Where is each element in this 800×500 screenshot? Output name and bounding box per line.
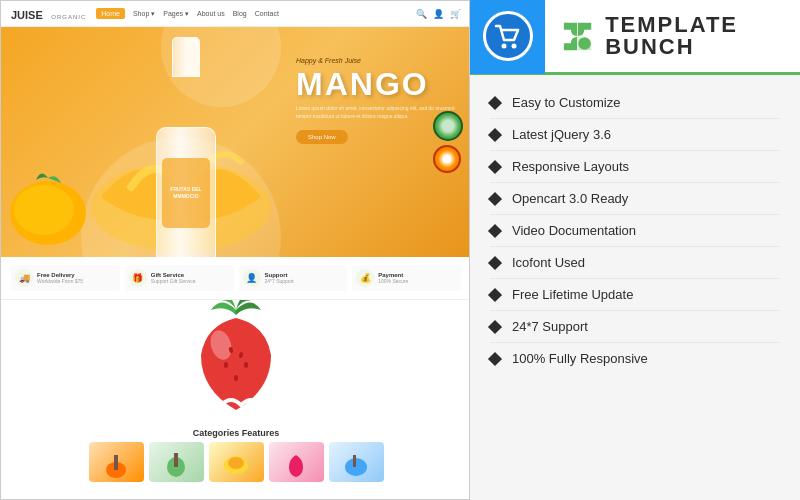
feature-item-1: Easy to Customize	[490, 87, 780, 119]
brand-logo-area: TEMPLATE BUNCH	[545, 4, 800, 69]
service-delivery: 🚚 Free Delivery Worldwide From $75	[11, 265, 120, 291]
hero-text: Happy & Fresh Juise MANGO Lorem ipsum do…	[296, 57, 456, 144]
delivery-icon: 🚚	[15, 269, 33, 287]
feature-label-1: Easy to Customize	[512, 95, 620, 110]
nav-blog: Blog	[233, 10, 247, 17]
orange-fruit	[433, 145, 461, 173]
categories-title: Categories Features	[11, 428, 461, 438]
feature-label-4: Opencart 3.0 Ready	[512, 191, 628, 206]
delivery-sub: Worldwide From $75	[37, 278, 83, 284]
hero-section: FRUTAS DEL MMMOCIO Happy & Fresh Juise M…	[1, 27, 470, 257]
logo-text: JUISE	[11, 9, 43, 21]
logo-sub: ORGANIC	[51, 14, 86, 20]
service-support: 👤 Support 24*7 Support	[239, 265, 348, 291]
nav-bar: JUISE ORGANIC Home Shop ▾ Pages ▾ About …	[1, 1, 470, 27]
feature-item-2: Latest jQuery 3.6	[490, 119, 780, 151]
diamond-icon-9	[488, 351, 502, 365]
categories-items	[11, 442, 461, 482]
diamond-icon-3	[488, 159, 502, 173]
mango-fruit	[6, 168, 91, 252]
hero-tagline: Happy & Fresh Juise	[296, 57, 456, 64]
logo-area: JUISE ORGANIC	[11, 5, 86, 23]
right-panel: TEMPLATE BUNCH Easy to Customize Latest …	[470, 0, 800, 500]
payment-text: Payment 100% Secure	[378, 272, 408, 284]
svg-rect-10	[114, 455, 118, 470]
feature-item-4: Opencart 3.0 Ready	[490, 183, 780, 215]
gift-icon: 🎁	[129, 269, 147, 287]
nav-shop: Shop ▾	[133, 10, 155, 18]
service-gift: 🎁 Gift Service Support Gift Service	[125, 265, 234, 291]
payment-sub: 100% Secure	[378, 278, 408, 284]
category-3	[209, 442, 264, 482]
shop-now-button[interactable]: Shop Now	[296, 130, 348, 144]
svg-point-7	[244, 362, 248, 368]
categories-section: Categories Features	[1, 420, 470, 490]
category-2	[149, 442, 204, 482]
diamond-icon-1	[488, 95, 502, 109]
feature-label-3: Responsive Layouts	[512, 159, 629, 174]
hero-title: MANGO	[296, 68, 456, 100]
cart-circle	[483, 11, 533, 61]
category-5	[329, 442, 384, 482]
feature-item-8: 24*7 Support	[490, 311, 780, 343]
diamond-icon-8	[488, 319, 502, 333]
cart-icon: 🛒	[450, 9, 461, 19]
diamond-icon-4	[488, 191, 502, 205]
preview-content: JUISE ORGANIC Home Shop ▾ Pages ▾ About …	[1, 1, 470, 500]
feature-item-3: Responsive Layouts	[490, 151, 780, 183]
feature-label-9: 100% Fully Responsive	[512, 351, 648, 366]
diamond-icon-2	[488, 127, 502, 141]
cart-icon	[494, 22, 522, 50]
gift-text: Gift Service Support Gift Service	[151, 272, 196, 284]
bottle-body: FRUTAS DEL MMMOCIO	[156, 127, 216, 257]
service-payment: 💰 Payment 100% Secure	[352, 265, 461, 291]
diamond-icon-7	[488, 287, 502, 301]
svg-point-17	[501, 44, 506, 49]
nav-contact: Contact	[255, 10, 279, 17]
svg-rect-16	[353, 455, 356, 467]
support-sub: 24*7 Support	[265, 278, 294, 284]
strawberry-image	[176, 300, 296, 420]
feature-item-9: 100% Fully Responsive	[490, 343, 780, 374]
feature-item-7: Free Lifetime Update	[490, 279, 780, 311]
cart-badge-area	[470, 0, 545, 74]
features-list: Easy to Customize Latest jQuery 3.6 Resp…	[470, 75, 800, 500]
feature-label-7: Free Lifetime Update	[512, 287, 633, 302]
nav-links: Home Shop ▾ Pages ▾ About us Blog Contac…	[96, 8, 279, 19]
support-text: Support 24*7 Support	[265, 272, 294, 284]
bottle-neck	[172, 37, 200, 77]
nav-icons: 🔍 👤 🛒	[416, 9, 461, 19]
right-header: TEMPLATE BUNCH	[470, 0, 800, 75]
svg-point-1	[14, 185, 74, 235]
strawberry-section	[1, 300, 470, 420]
svg-point-19	[578, 37, 590, 49]
support-icon: 👤	[243, 269, 261, 287]
payment-icon: 💰	[356, 269, 374, 287]
brand-logo-svg	[560, 14, 595, 59]
hero-description: Lorem ipsum dolor sit amet, consectetur …	[296, 105, 456, 120]
feature-item-5: Video Documentation	[490, 215, 780, 247]
svg-point-8	[234, 375, 238, 381]
category-4	[269, 442, 324, 482]
nav-home: Home	[96, 8, 125, 19]
brand-name-area: TEMPLATE BUNCH	[605, 14, 785, 58]
feature-label-5: Video Documentation	[512, 223, 636, 238]
svg-point-6	[224, 362, 228, 368]
kiwi-fruit	[433, 111, 463, 141]
feature-item-6: Icofont Used	[490, 247, 780, 279]
bottle-label-line1: FRUTAS DEL	[170, 186, 201, 193]
services-row: 🚚 Free Delivery Worldwide From $75 🎁 Gif…	[1, 257, 470, 300]
category-1	[89, 442, 144, 482]
brand-name: TEMPLATE BUNCH	[605, 14, 785, 58]
bottle-label: FRUTAS DEL MMMOCIO	[162, 158, 210, 228]
website-preview: JUISE ORGANIC Home Shop ▾ Pages ▾ About …	[0, 0, 470, 500]
feature-label-8: 24*7 Support	[512, 319, 588, 334]
diamond-icon-6	[488, 255, 502, 269]
nav-about: About us	[197, 10, 225, 17]
delivery-text: Free Delivery Worldwide From $75	[37, 272, 83, 284]
bottle-label-line2: MMMOCIO	[173, 193, 198, 200]
svg-rect-12	[174, 453, 178, 467]
svg-point-18	[511, 44, 516, 49]
juice-bottle: FRUTAS DEL MMMOCIO	[141, 27, 231, 257]
search-icon: 🔍	[416, 9, 427, 19]
